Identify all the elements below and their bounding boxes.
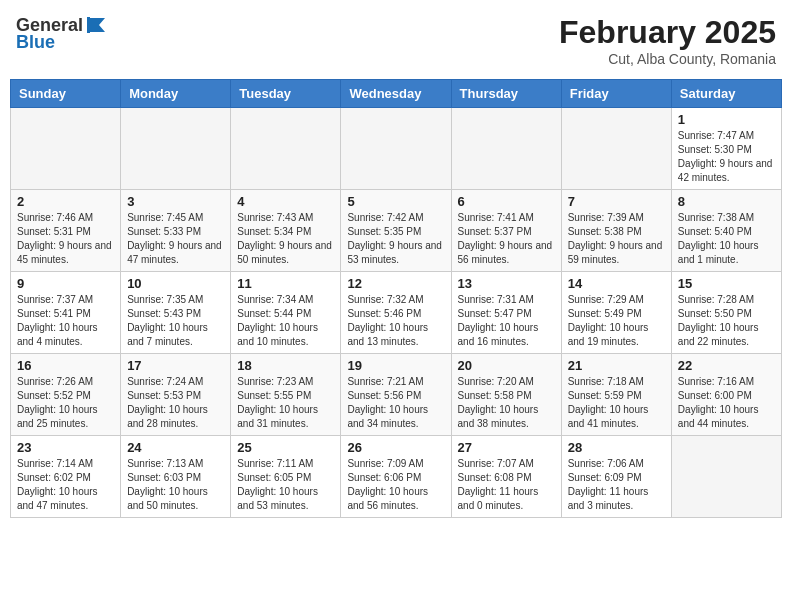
calendar-cell: 16Sunrise: 7:26 AM Sunset: 5:52 PM Dayli… bbox=[11, 354, 121, 436]
day-info: Sunrise: 7:23 AM Sunset: 5:55 PM Dayligh… bbox=[237, 375, 334, 431]
day-info: Sunrise: 7:06 AM Sunset: 6:09 PM Dayligh… bbox=[568, 457, 665, 513]
day-number: 9 bbox=[17, 276, 114, 291]
day-info: Sunrise: 7:16 AM Sunset: 6:00 PM Dayligh… bbox=[678, 375, 775, 431]
col-tuesday: Tuesday bbox=[231, 80, 341, 108]
calendar-cell: 8Sunrise: 7:38 AM Sunset: 5:40 PM Daylig… bbox=[671, 190, 781, 272]
svg-rect-1 bbox=[87, 17, 90, 33]
day-info: Sunrise: 7:47 AM Sunset: 5:30 PM Dayligh… bbox=[678, 129, 775, 185]
day-number: 26 bbox=[347, 440, 444, 455]
calendar-cell: 3Sunrise: 7:45 AM Sunset: 5:33 PM Daylig… bbox=[121, 190, 231, 272]
calendar-cell bbox=[121, 108, 231, 190]
logo: General Blue bbox=[16, 14, 107, 53]
calendar-cell: 26Sunrise: 7:09 AM Sunset: 6:06 PM Dayli… bbox=[341, 436, 451, 518]
day-number: 3 bbox=[127, 194, 224, 209]
col-wednesday: Wednesday bbox=[341, 80, 451, 108]
title-area: February 2025 Cut, Alba County, Romania bbox=[559, 14, 776, 67]
day-info: Sunrise: 7:38 AM Sunset: 5:40 PM Dayligh… bbox=[678, 211, 775, 267]
calendar-week-row: 1Sunrise: 7:47 AM Sunset: 5:30 PM Daylig… bbox=[11, 108, 782, 190]
day-info: Sunrise: 7:39 AM Sunset: 5:38 PM Dayligh… bbox=[568, 211, 665, 267]
col-thursday: Thursday bbox=[451, 80, 561, 108]
day-info: Sunrise: 7:43 AM Sunset: 5:34 PM Dayligh… bbox=[237, 211, 334, 267]
logo-blue-text: Blue bbox=[16, 32, 55, 53]
day-number: 13 bbox=[458, 276, 555, 291]
day-number: 15 bbox=[678, 276, 775, 291]
day-number: 22 bbox=[678, 358, 775, 373]
day-info: Sunrise: 7:18 AM Sunset: 5:59 PM Dayligh… bbox=[568, 375, 665, 431]
day-info: Sunrise: 7:21 AM Sunset: 5:56 PM Dayligh… bbox=[347, 375, 444, 431]
day-number: 17 bbox=[127, 358, 224, 373]
day-info: Sunrise: 7:41 AM Sunset: 5:37 PM Dayligh… bbox=[458, 211, 555, 267]
day-info: Sunrise: 7:20 AM Sunset: 5:58 PM Dayligh… bbox=[458, 375, 555, 431]
svg-marker-0 bbox=[89, 18, 105, 32]
calendar-cell: 18Sunrise: 7:23 AM Sunset: 5:55 PM Dayli… bbox=[231, 354, 341, 436]
col-saturday: Saturday bbox=[671, 80, 781, 108]
calendar-cell: 12Sunrise: 7:32 AM Sunset: 5:46 PM Dayli… bbox=[341, 272, 451, 354]
day-info: Sunrise: 7:32 AM Sunset: 5:46 PM Dayligh… bbox=[347, 293, 444, 349]
day-number: 18 bbox=[237, 358, 334, 373]
day-number: 2 bbox=[17, 194, 114, 209]
calendar-cell: 28Sunrise: 7:06 AM Sunset: 6:09 PM Dayli… bbox=[561, 436, 671, 518]
day-info: Sunrise: 7:37 AM Sunset: 5:41 PM Dayligh… bbox=[17, 293, 114, 349]
calendar-cell: 22Sunrise: 7:16 AM Sunset: 6:00 PM Dayli… bbox=[671, 354, 781, 436]
day-number: 11 bbox=[237, 276, 334, 291]
day-info: Sunrise: 7:29 AM Sunset: 5:49 PM Dayligh… bbox=[568, 293, 665, 349]
calendar-cell: 25Sunrise: 7:11 AM Sunset: 6:05 PM Dayli… bbox=[231, 436, 341, 518]
calendar-week-row: 16Sunrise: 7:26 AM Sunset: 5:52 PM Dayli… bbox=[11, 354, 782, 436]
calendar-cell: 23Sunrise: 7:14 AM Sunset: 6:02 PM Dayli… bbox=[11, 436, 121, 518]
day-number: 25 bbox=[237, 440, 334, 455]
calendar-table: Sunday Monday Tuesday Wednesday Thursday… bbox=[10, 79, 782, 518]
day-info: Sunrise: 7:35 AM Sunset: 5:43 PM Dayligh… bbox=[127, 293, 224, 349]
calendar-cell: 10Sunrise: 7:35 AM Sunset: 5:43 PM Dayli… bbox=[121, 272, 231, 354]
calendar-cell: 5Sunrise: 7:42 AM Sunset: 5:35 PM Daylig… bbox=[341, 190, 451, 272]
col-sunday: Sunday bbox=[11, 80, 121, 108]
day-number: 12 bbox=[347, 276, 444, 291]
day-info: Sunrise: 7:11 AM Sunset: 6:05 PM Dayligh… bbox=[237, 457, 334, 513]
calendar-cell bbox=[561, 108, 671, 190]
calendar-cell: 6Sunrise: 7:41 AM Sunset: 5:37 PM Daylig… bbox=[451, 190, 561, 272]
header: General Blue February 2025 Cut, Alba Cou… bbox=[10, 10, 782, 71]
calendar-cell bbox=[11, 108, 121, 190]
calendar-cell: 19Sunrise: 7:21 AM Sunset: 5:56 PM Dayli… bbox=[341, 354, 451, 436]
calendar-cell bbox=[341, 108, 451, 190]
day-info: Sunrise: 7:24 AM Sunset: 5:53 PM Dayligh… bbox=[127, 375, 224, 431]
day-number: 5 bbox=[347, 194, 444, 209]
calendar-cell: 13Sunrise: 7:31 AM Sunset: 5:47 PM Dayli… bbox=[451, 272, 561, 354]
day-info: Sunrise: 7:45 AM Sunset: 5:33 PM Dayligh… bbox=[127, 211, 224, 267]
month-title: February 2025 bbox=[559, 14, 776, 51]
day-number: 27 bbox=[458, 440, 555, 455]
calendar-week-row: 9Sunrise: 7:37 AM Sunset: 5:41 PM Daylig… bbox=[11, 272, 782, 354]
day-info: Sunrise: 7:42 AM Sunset: 5:35 PM Dayligh… bbox=[347, 211, 444, 267]
day-info: Sunrise: 7:31 AM Sunset: 5:47 PM Dayligh… bbox=[458, 293, 555, 349]
day-number: 24 bbox=[127, 440, 224, 455]
calendar-cell: 15Sunrise: 7:28 AM Sunset: 5:50 PM Dayli… bbox=[671, 272, 781, 354]
day-number: 16 bbox=[17, 358, 114, 373]
calendar-cell: 24Sunrise: 7:13 AM Sunset: 6:03 PM Dayli… bbox=[121, 436, 231, 518]
calendar-cell: 20Sunrise: 7:20 AM Sunset: 5:58 PM Dayli… bbox=[451, 354, 561, 436]
day-number: 8 bbox=[678, 194, 775, 209]
calendar-week-row: 2Sunrise: 7:46 AM Sunset: 5:31 PM Daylig… bbox=[11, 190, 782, 272]
day-number: 21 bbox=[568, 358, 665, 373]
calendar-cell: 21Sunrise: 7:18 AM Sunset: 5:59 PM Dayli… bbox=[561, 354, 671, 436]
calendar-week-row: 23Sunrise: 7:14 AM Sunset: 6:02 PM Dayli… bbox=[11, 436, 782, 518]
day-info: Sunrise: 7:07 AM Sunset: 6:08 PM Dayligh… bbox=[458, 457, 555, 513]
calendar-cell: 11Sunrise: 7:34 AM Sunset: 5:44 PM Dayli… bbox=[231, 272, 341, 354]
day-number: 4 bbox=[237, 194, 334, 209]
day-info: Sunrise: 7:14 AM Sunset: 6:02 PM Dayligh… bbox=[17, 457, 114, 513]
calendar-cell: 2Sunrise: 7:46 AM Sunset: 5:31 PM Daylig… bbox=[11, 190, 121, 272]
calendar-cell: 27Sunrise: 7:07 AM Sunset: 6:08 PM Dayli… bbox=[451, 436, 561, 518]
calendar-cell: 1Sunrise: 7:47 AM Sunset: 5:30 PM Daylig… bbox=[671, 108, 781, 190]
day-info: Sunrise: 7:13 AM Sunset: 6:03 PM Dayligh… bbox=[127, 457, 224, 513]
day-info: Sunrise: 7:46 AM Sunset: 5:31 PM Dayligh… bbox=[17, 211, 114, 267]
logo-flag-icon bbox=[85, 14, 107, 36]
calendar-cell bbox=[451, 108, 561, 190]
day-number: 1 bbox=[678, 112, 775, 127]
day-number: 28 bbox=[568, 440, 665, 455]
calendar-cell: 9Sunrise: 7:37 AM Sunset: 5:41 PM Daylig… bbox=[11, 272, 121, 354]
calendar-cell bbox=[671, 436, 781, 518]
day-number: 10 bbox=[127, 276, 224, 291]
calendar-cell: 14Sunrise: 7:29 AM Sunset: 5:49 PM Dayli… bbox=[561, 272, 671, 354]
col-friday: Friday bbox=[561, 80, 671, 108]
col-monday: Monday bbox=[121, 80, 231, 108]
day-number: 6 bbox=[458, 194, 555, 209]
location: Cut, Alba County, Romania bbox=[559, 51, 776, 67]
